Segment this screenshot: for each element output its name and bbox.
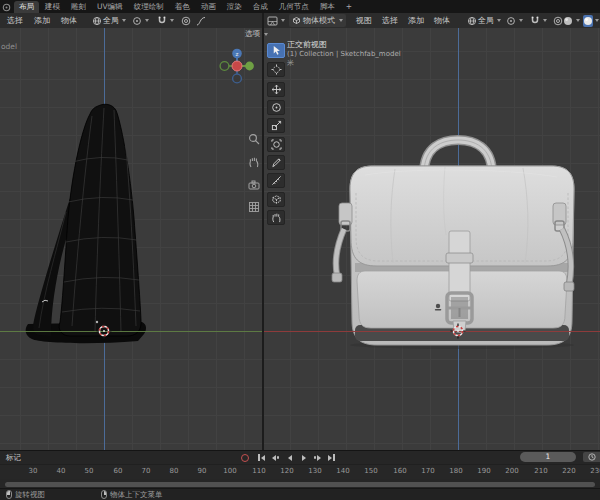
bag-model-object[interactable]: [325, 135, 580, 350]
frame-tick: 30: [19, 467, 47, 475]
blender-window: 布局 建模 雕刻 UV编辑 纹理绘制 着色 动画 渲染 合成 几何节点 脚本 +…: [0, 0, 600, 500]
tool-transform[interactable]: [267, 137, 285, 152]
tool-select[interactable]: [267, 43, 285, 58]
prev-keyframe-button[interactable]: [270, 453, 281, 462]
toggle-ortho-grid-icon[interactable]: [246, 199, 261, 214]
tool-options-dropdown[interactable]: 选项: [245, 28, 268, 40]
add-workspace-button[interactable]: +: [341, 1, 357, 13]
menu-add[interactable]: 添加: [407, 15, 425, 26]
workspace-tab-compositing[interactable]: 合成: [248, 1, 273, 13]
workspace-tab-geometry-nodes[interactable]: 几何节点: [274, 1, 314, 13]
frame-tick: 220: [555, 467, 583, 475]
frame-tick: 180: [442, 467, 470, 475]
chevron-down-icon: [595, 19, 599, 22]
frame-tick: 120: [273, 467, 301, 475]
chevron-down-icon: [339, 19, 343, 22]
frame-tick: 110: [245, 467, 273, 475]
pivot-point-dropdown[interactable]: [506, 16, 523, 26]
workspace-tab-rendering[interactable]: 渲染: [222, 1, 247, 13]
proportional-editing-toggle[interactable]: [553, 16, 563, 26]
right-viewport-canvas[interactable]: 正交前视图 (1) Collection | Sketchfab_model 米: [264, 28, 600, 450]
tool-move[interactable]: [267, 82, 285, 97]
tool-annotate[interactable]: [267, 155, 285, 170]
transform-orientation-dropdown[interactable]: 全局: [92, 15, 126, 26]
menu-object[interactable]: 物体: [60, 15, 78, 26]
scene-breadcrumb: (1) Collection | Sketchfab_model: [287, 50, 401, 59]
3d-cursor[interactable]: [96, 323, 112, 339]
camera-view-icon[interactable]: [246, 177, 261, 192]
frame-tick: 70: [132, 467, 160, 475]
workspace-tab-uv-editing[interactable]: UV编辑: [92, 1, 128, 13]
frame-tick: 210: [527, 467, 555, 475]
proportional-circle-icon: [181, 16, 191, 26]
tool-add-cube[interactable]: [267, 192, 285, 207]
tool-cursor[interactable]: [267, 62, 285, 77]
viewport-editor-icon: [267, 16, 278, 26]
frame-tick: 50: [75, 467, 103, 475]
zoom-view-icon[interactable]: [246, 131, 261, 146]
menu-add[interactable]: 添加: [33, 15, 51, 26]
menu-marker[interactable]: 标记: [6, 453, 21, 463]
timeline-header: 标记 1: [0, 451, 600, 464]
auto-keyframe-record-button[interactable]: [241, 454, 249, 462]
chevron-down-icon: [519, 19, 523, 22]
3d-cursor[interactable]: [450, 323, 466, 339]
proportional-falloff-dropdown[interactable]: [196, 16, 206, 26]
timeline-editor: 标记 1 30 40 50 60 70 80 90 100 11: [0, 450, 600, 488]
play-reverse-button[interactable]: [284, 453, 295, 462]
chevron-down-icon: [576, 19, 580, 22]
left-viewport-canvas[interactable]: odel: [0, 28, 262, 450]
pivot-point-dropdown[interactable]: [132, 16, 149, 26]
editor-type-dropdown[interactable]: [267, 16, 285, 26]
workspace-tab-sculpting[interactable]: 雕刻: [66, 1, 91, 13]
clipped-overlay-text: odel: [1, 42, 17, 51]
pan-view-icon[interactable]: [246, 154, 261, 169]
frame-tick: 190: [470, 467, 498, 475]
chevron-down-icon: [497, 19, 501, 22]
current-frame-field[interactable]: 1: [520, 452, 576, 462]
frame-tick: 90: [188, 467, 216, 475]
chevron-down-icon: [281, 19, 285, 22]
workspace-tab-shading[interactable]: 着色: [170, 1, 195, 13]
timeline-ruler[interactable]: 30 40 50 60 70 80 90 100 110 120 130 140…: [0, 464, 600, 479]
frame-tick: 40: [47, 467, 75, 475]
menu-select[interactable]: 选择: [381, 15, 399, 26]
wireframe-bag-object[interactable]: [20, 100, 150, 350]
menu-view[interactable]: 视图: [355, 15, 373, 26]
unit-label: 米: [287, 59, 401, 68]
proportional-circle-icon: [553, 16, 563, 26]
play-button[interactable]: [298, 453, 309, 462]
app-menu-icon[interactable]: [0, 2, 13, 13]
menu-select[interactable]: 选择: [6, 15, 24, 26]
snap-options-dropdown-icon: [170, 19, 174, 22]
frame-tick: 80: [160, 467, 188, 475]
orientation-globe-icon: [92, 16, 102, 26]
tool-scale[interactable]: [267, 118, 285, 133]
view-axis-gizmo[interactable]: z: [218, 47, 256, 85]
workspace-tab-modeling[interactable]: 建模: [40, 1, 65, 13]
proportional-editing-toggle[interactable]: [181, 16, 191, 26]
jump-to-start-button[interactable]: [256, 453, 267, 462]
workspace-tab-layout[interactable]: 布局: [14, 1, 39, 13]
frame-tick: 170: [414, 467, 442, 475]
menu-object[interactable]: 物体: [433, 15, 451, 26]
shading-sphere-icon: [583, 16, 593, 26]
tool-pan-hand[interactable]: [267, 210, 285, 225]
workspace-tab-scripting[interactable]: 脚本: [315, 1, 340, 13]
mode-dropdown[interactable]: 物体模式: [289, 14, 346, 27]
shading-sphere-icon: [563, 16, 573, 26]
playback-sync-clock-button[interactable]: [583, 452, 600, 462]
snap-toggle[interactable]: [530, 15, 547, 26]
x-axis-line: [264, 331, 600, 332]
jump-to-end-button[interactable]: [326, 453, 337, 462]
next-keyframe-button[interactable]: [312, 453, 323, 462]
timeline-scrollbar[interactable]: [5, 482, 595, 487]
transform-orientation-dropdown[interactable]: 全局: [467, 15, 501, 26]
workspace-tab-animation[interactable]: 动画: [196, 1, 221, 13]
shading-mode-dropdown[interactable]: [563, 16, 580, 26]
tool-measure[interactable]: [267, 173, 285, 188]
shading-solid-button[interactable]: [583, 15, 593, 27]
tool-rotate[interactable]: [267, 100, 285, 115]
snap-toggle[interactable]: [157, 15, 174, 26]
workspace-tab-texture-paint[interactable]: 纹理绘制: [129, 1, 169, 13]
